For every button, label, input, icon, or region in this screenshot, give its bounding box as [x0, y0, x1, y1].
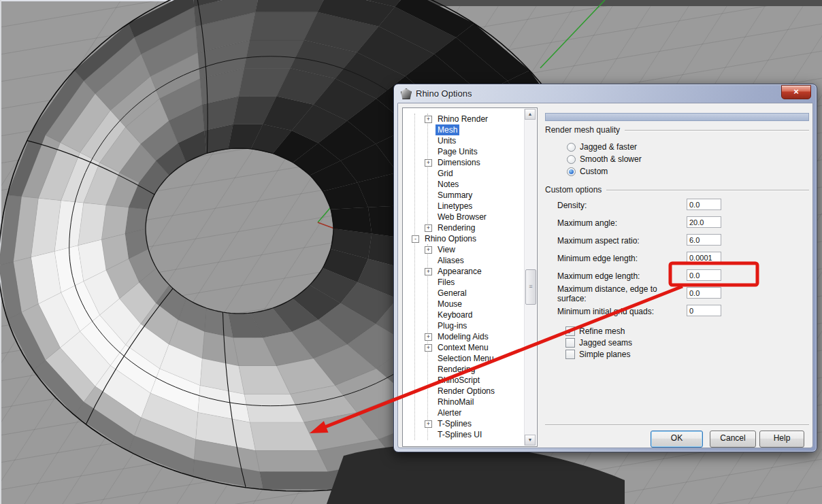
- tree-item-rhinomail[interactable]: RhinoMail: [403, 397, 525, 407]
- field-label: Maximum aspect ratio:: [557, 236, 685, 246]
- tree-item-rhino-render[interactable]: +Rhino Render: [403, 114, 525, 124]
- field-label: Minimum initial grid quads:: [557, 307, 685, 316]
- field-minimum-initial-grid-quads: Minimum initial grid quads:: [557, 305, 685, 317]
- tree-item-general[interactable]: General: [403, 288, 525, 299]
- radio-smooth-slower[interactable]: Smooth & slower: [567, 154, 642, 165]
- tree-item-mouse[interactable]: Mouse: [403, 299, 525, 309]
- tree-items: +Rhino Render Mesh Units Page Units +Dim…: [403, 114, 525, 440]
- checkbox-jagged-seams[interactable]: Jagged seams: [565, 337, 632, 348]
- radio-icon[interactable]: [567, 143, 576, 152]
- tree-item-rhino-options[interactable]: -Rhino Options: [403, 233, 525, 244]
- tree-item-rendering[interactable]: +Rendering: [403, 222, 525, 233]
- tree-item-dimensions[interactable]: +Dimensions: [403, 157, 525, 168]
- group-custom-options: Custom options: [545, 185, 809, 195]
- radio-custom[interactable]: Custom: [567, 166, 608, 177]
- viewport-top-dark-strip: [416, 0, 822, 6]
- field-label: Maximum angle:: [557, 218, 685, 228]
- options-tree: +Rhino Render Mesh Units Page Units +Dim…: [402, 107, 538, 447]
- expand-plus-icon[interactable]: +: [425, 246, 432, 254]
- tree-item-appearance[interactable]: +Appearance: [403, 266, 525, 277]
- radio-label: Jagged & faster: [580, 142, 637, 152]
- tree-item-plug-ins[interactable]: Plug-ins: [403, 320, 525, 331]
- rhino-options-dialog: Rhino Options × +Rhino Render Mesh Units…: [393, 84, 817, 452]
- close-icon[interactable]: ×: [781, 85, 811, 99]
- tree-item-alerter[interactable]: Alerter: [403, 407, 525, 418]
- maximum-angle-input[interactable]: [687, 216, 721, 228]
- expand-plus-icon[interactable]: +: [425, 333, 432, 341]
- rhino-app-icon: [401, 88, 412, 99]
- checkbox-simple-planes[interactable]: Simple planes: [565, 349, 630, 359]
- tree-item-selection-menu[interactable]: Selection Menu: [403, 353, 525, 364]
- footer-separator: [545, 424, 809, 425]
- maximum-aspect-ratio-input[interactable]: [687, 234, 721, 246]
- maximum-edge-length-input[interactable]: [687, 269, 721, 281]
- selected-tree-item: Mesh: [435, 124, 459, 135]
- expand-minus-icon[interactable]: -: [412, 235, 419, 243]
- density-input[interactable]: [687, 199, 721, 210]
- checkbox-icon[interactable]: [565, 350, 575, 359]
- checkbox-icon[interactable]: [565, 338, 575, 348]
- expand-plus-icon[interactable]: +: [425, 420, 432, 428]
- tree-item-render-options[interactable]: Render Options: [403, 386, 525, 397]
- field-label: Density:: [557, 201, 685, 210]
- tree-item-context-menu[interactable]: +Context Menu: [403, 342, 525, 353]
- tree-item-mesh[interactable]: Mesh: [403, 124, 525, 135]
- tree-item-files[interactable]: Files: [403, 277, 525, 288]
- radio-selected-icon[interactable]: [567, 167, 576, 176]
- radio-icon[interactable]: [567, 155, 576, 164]
- group-rule: [625, 130, 809, 131]
- tree-item-web-browser[interactable]: Web Browser: [403, 212, 525, 222]
- tree-item-linetypes[interactable]: Linetypes: [403, 201, 525, 212]
- maximum-distance-input[interactable]: [687, 287, 721, 299]
- checkbox-refine-mesh[interactable]: ✓ Refine mesh: [565, 326, 625, 336]
- tree-item-aliases[interactable]: Aliases: [403, 255, 525, 266]
- tree-item-notes[interactable]: Notes: [403, 179, 525, 190]
- group-label: Custom options: [545, 185, 602, 195]
- page-header-strip: [545, 113, 809, 121]
- scrollbar-thumb[interactable]: ≡: [525, 269, 536, 305]
- tree-item-keyboard[interactable]: Keyboard: [403, 309, 525, 320]
- minimum-initial-grid-quads-input[interactable]: [687, 305, 721, 316]
- scroll-down-icon[interactable]: ▼: [525, 435, 536, 446]
- tree-item-modeling-aids[interactable]: +Modeling Aids: [403, 331, 525, 342]
- tree-item-summary[interactable]: Summary: [403, 190, 525, 201]
- dialog-title: Rhino Options: [416, 88, 472, 99]
- field-label: Maximum distance, edge to surface:: [557, 284, 685, 303]
- help-button[interactable]: Help: [759, 431, 804, 448]
- field-density: Density:: [557, 199, 685, 211]
- field-label: Maximum edge length:: [557, 271, 685, 281]
- tree-item-rhinoscript[interactable]: RhinoScript: [403, 375, 525, 386]
- tree-scrollbar[interactable]: ▲ ≡ ▼: [524, 109, 536, 446]
- tree-item-view[interactable]: +View: [403, 244, 525, 255]
- checkbox-checked-icon[interactable]: ✓: [565, 326, 575, 336]
- field-minimum-edge-length: Minimum edge length:: [557, 252, 685, 264]
- expand-plus-icon[interactable]: +: [425, 344, 432, 352]
- ok-button[interactable]: OK: [651, 431, 703, 448]
- expand-plus-icon[interactable]: +: [425, 268, 432, 275]
- expand-plus-icon[interactable]: +: [425, 159, 432, 167]
- tree-item-t-splines[interactable]: +T-Splines: [403, 418, 525, 429]
- expand-plus-icon[interactable]: +: [425, 116, 432, 123]
- group-rule: [606, 190, 809, 190]
- field-maximum-aspect-ratio: Maximum aspect ratio:: [557, 235, 685, 246]
- tree-item-units[interactable]: Units: [403, 135, 525, 146]
- dialog-client-area: +Rhino Render Mesh Units Page Units +Dim…: [397, 103, 813, 448]
- field-maximum-edge-length: Maximum edge length:: [557, 270, 685, 282]
- cancel-button[interactable]: Cancel: [710, 431, 756, 448]
- radio-label: Custom: [580, 167, 608, 176]
- radio-jagged-faster[interactable]: Jagged & faster: [567, 141, 637, 152]
- group-label: Render mesh quality: [545, 125, 620, 135]
- tree-item-grid[interactable]: Grid: [403, 168, 525, 179]
- field-maximum-angle: Maximum angle:: [557, 217, 685, 229]
- checkbox-label: Jagged seams: [579, 338, 632, 348]
- tree-item-page-units[interactable]: Page Units: [403, 146, 525, 157]
- field-maximum-distance-edge-to-surface: Maximum distance, edge to surface:: [557, 288, 685, 299]
- checkbox-label: Refine mesh: [579, 326, 625, 336]
- tree-item-t-splines-ui[interactable]: T-Splines UI: [403, 429, 525, 440]
- group-render-mesh-quality: Render mesh quality: [545, 125, 809, 135]
- checkbox-label: Simple planes: [579, 350, 630, 359]
- tree-item-rendering-2[interactable]: Rendering: [403, 364, 525, 375]
- minimum-edge-length-input[interactable]: [687, 252, 721, 263]
- scroll-up-icon[interactable]: ▲: [525, 109, 536, 120]
- expand-plus-icon[interactable]: +: [425, 224, 432, 232]
